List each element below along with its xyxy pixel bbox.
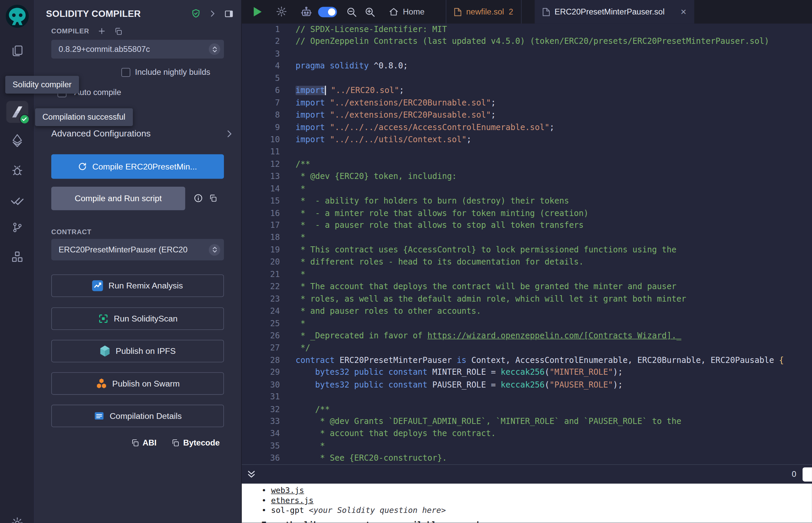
code-line[interactable]: 20 * different roles - head to its docum… (241, 256, 812, 269)
ai-copilot-robot-icon[interactable] (300, 5, 313, 19)
line-number[interactable]: 31 (241, 391, 295, 403)
publish-ipfs-button[interactable]: Publish on IPFS (51, 340, 224, 362)
line-number[interactable]: 2 (241, 36, 295, 48)
code-line[interactable]: 18 * (241, 232, 812, 244)
line-number[interactable]: 30 (241, 379, 295, 391)
code-line[interactable]: 29 bytes32 public constant MINTER_ROLE =… (241, 367, 812, 379)
code-line[interactable]: 17 * - a pauser role that allows to stop… (241, 220, 812, 232)
line-number[interactable]: 34 (241, 428, 295, 440)
line-number[interactable]: 15 (241, 195, 295, 207)
remix-logo[interactable] (4, 3, 30, 29)
terminal-search-box[interactable] (802, 467, 812, 482)
line-number[interactable]: 4 (241, 60, 295, 72)
info-icon[interactable] (194, 194, 203, 203)
code-line[interactable]: 11 (241, 146, 812, 158)
tab-home[interactable]: Home (384, 0, 429, 23)
code-line[interactable]: 6import "../ERC20.sol"; (241, 85, 812, 97)
code-line[interactable]: 2// OpenZeppelin Contracts (last updated… (241, 36, 812, 48)
plugin-manager-icon[interactable] (7, 247, 26, 266)
compiler-version-select[interactable]: 0.8.29+commit.ab55807c (51, 40, 224, 59)
code-line[interactable]: 32 /** (241, 403, 812, 415)
code-line[interactable]: 12/** (241, 158, 812, 170)
line-number[interactable]: 21 (241, 269, 295, 281)
line-number[interactable]: 14 (241, 183, 295, 195)
docs-chevron-icon[interactable] (208, 10, 216, 18)
code-line[interactable]: 26 * _Deprecated in favor of https://wiz… (241, 330, 812, 342)
line-number[interactable]: 16 (241, 207, 295, 219)
tab-close-icon[interactable]: × (681, 7, 686, 17)
line-number[interactable]: 36 (241, 453, 295, 464)
code-editor[interactable]: 1// SPDX-License-Identifier: MIT2// Open… (241, 23, 812, 464)
tab-newfile[interactable]: newfile.sol 2 (446, 0, 522, 23)
terminal-output[interactable]: •web3.js•ethers.js•sol-gpt <your Solidit… (241, 484, 812, 523)
add-compiler-icon[interactable] (97, 26, 106, 35)
line-number[interactable]: 7 (241, 97, 295, 109)
code-line[interactable]: 10import "../../../utils/Context.sol"; (241, 134, 812, 146)
line-number[interactable]: 20 (241, 256, 295, 269)
include-nightly-checkbox[interactable] (121, 68, 130, 77)
code-line[interactable]: 8import "../extensions/ERC20Pausable.sol… (241, 109, 812, 121)
line-number[interactable]: 13 (241, 170, 295, 183)
terminal-library-link[interactable]: ethers.js (271, 496, 314, 505)
zoom-out-icon[interactable] (346, 6, 357, 18)
copy-version-icon[interactable] (114, 27, 122, 35)
code-line[interactable]: 19 * This contract uses {AccessControl} … (241, 244, 812, 256)
pin-panel-icon[interactable] (224, 9, 234, 19)
debugger-icon[interactable] (7, 161, 26, 180)
code-line[interactable]: 35 * (241, 440, 812, 452)
expand-terminal-icon[interactable] (248, 470, 255, 479)
run-solidityscan-button[interactable]: Run SolidityScan (51, 307, 224, 330)
copy-bytecode-button[interactable]: Bytecode (171, 438, 220, 448)
deploy-run-icon[interactable] (7, 131, 26, 150)
line-number[interactable]: 32 (241, 403, 295, 415)
code-line[interactable]: 31 (241, 391, 812, 403)
line-number[interactable]: 6 (241, 85, 295, 97)
line-number[interactable]: 23 (241, 293, 295, 305)
compile-button[interactable]: Compile ERC20PresetMin... (51, 154, 224, 179)
tab-erc20presetminterpauser[interactable]: ERC20PresetMinterPauser.sol × (535, 0, 694, 23)
line-number[interactable]: 25 (241, 318, 295, 330)
compilation-details-button[interactable]: Compilation Details (51, 405, 224, 427)
code-line[interactable]: 3 (241, 48, 812, 60)
copy-abi-button[interactable]: ABI (130, 438, 157, 448)
line-number[interactable]: 3 (241, 48, 295, 60)
line-number[interactable]: 22 (241, 281, 295, 293)
settings-icon[interactable] (7, 513, 26, 523)
advanced-configurations-row[interactable]: Advanced Configurations (51, 129, 234, 139)
terminal-library-link[interactable]: web3.js (271, 486, 304, 495)
code-line[interactable]: 16 * - a minter role that allows for tok… (241, 207, 812, 219)
line-number[interactable]: 11 (241, 146, 295, 158)
code-line[interactable]: 22 * The account that deploys the contra… (241, 281, 812, 293)
code-line[interactable]: 27 */ (241, 342, 812, 354)
line-number[interactable]: 26 (241, 330, 295, 342)
solidity-compiler-icon[interactable] (6, 101, 28, 123)
code-line[interactable]: 25 * (241, 318, 812, 330)
run-script-play-icon[interactable] (252, 6, 262, 18)
file-explorer-icon[interactable] (7, 41, 26, 60)
copy-script-icon[interactable] (209, 194, 217, 202)
zoom-in-icon[interactable] (364, 6, 376, 18)
line-number[interactable]: 19 (241, 244, 295, 256)
line-number[interactable]: 12 (241, 158, 295, 170)
code-line[interactable]: 33 * @dev Grants `DEFAULT_ADMIN_ROLE`, `… (241, 415, 812, 428)
line-number[interactable]: 5 (241, 72, 295, 85)
line-number[interactable]: 24 (241, 305, 295, 318)
unit-testing-icon[interactable] (7, 191, 26, 210)
code-line[interactable]: 13 * @dev {ERC20} token, including: (241, 170, 812, 183)
line-number[interactable]: 35 (241, 440, 295, 452)
line-number[interactable]: 18 (241, 232, 295, 244)
line-number[interactable]: 28 (241, 355, 295, 367)
code-line[interactable]: 14 * (241, 183, 812, 195)
code-line[interactable]: 21 * (241, 269, 812, 281)
line-number[interactable]: 8 (241, 109, 295, 121)
publish-swarm-button[interactable]: Publish on Swarm (51, 372, 224, 395)
code-line[interactable]: 30 bytes32 public constant PAUSER_ROLE =… (241, 379, 812, 391)
line-number[interactable]: 10 (241, 134, 295, 146)
line-number[interactable]: 29 (241, 367, 295, 379)
code-line[interactable]: 5 (241, 72, 812, 85)
code-line[interactable]: 23 * roles, as well as the default admin… (241, 293, 812, 305)
code-line[interactable]: 24 * and pauser roles to other accounts. (241, 305, 812, 318)
code-line[interactable]: 4pragma solidity ^0.8.0; (241, 60, 812, 72)
line-number[interactable]: 1 (241, 23, 295, 36)
line-number[interactable]: 33 (241, 415, 295, 428)
